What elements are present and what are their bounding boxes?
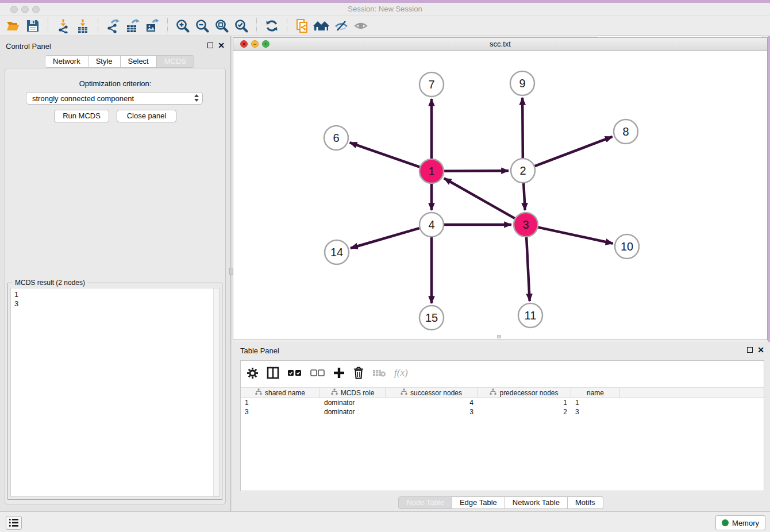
tab-select[interactable]: Select	[121, 55, 157, 68]
function-builder-icon[interactable]: f(x)	[394, 367, 408, 379]
graph-edge-2-3[interactable]	[523, 183, 525, 210]
graph-edge-3-11[interactable]	[526, 237, 530, 301]
network-minimize-button[interactable]: −	[251, 40, 259, 48]
table-cell[interactable]: 1	[571, 398, 620, 407]
graph-edge-1-2[interactable]	[444, 171, 509, 171]
graph-node-4[interactable]: 4	[419, 213, 444, 237]
table-cell[interactable]: dominator	[320, 398, 386, 407]
svg-text:8: 8	[622, 125, 629, 138]
mcds-result-textarea[interactable]: 13	[10, 288, 220, 497]
select-all-checks-icon[interactable]	[287, 369, 302, 377]
zoom-out-icon[interactable]	[192, 17, 212, 34]
graph-node-11[interactable]: 11	[518, 303, 542, 327]
deselect-all-checks-icon[interactable]	[310, 369, 325, 377]
criterion-select[interactable]: strongly connected component	[26, 92, 203, 105]
graph-node-9[interactable]: 9	[510, 71, 534, 95]
graph-edge-1-6[interactable]	[350, 142, 420, 167]
mcds-result-line: 3	[14, 299, 219, 309]
tab-mcds[interactable]: MCDS	[157, 55, 194, 68]
svg-text:9: 9	[519, 77, 525, 90]
export-table-icon[interactable]	[123, 17, 143, 34]
main-toolbar	[0, 16, 770, 36]
new-network-from-selection-icon[interactable]	[292, 17, 312, 34]
window-minimize-button[interactable]	[21, 6, 29, 13]
tree-column-icon	[331, 388, 338, 397]
add-column-icon[interactable]	[333, 367, 345, 379]
zoom-fit-icon[interactable]	[212, 17, 232, 34]
column-header-MCDS-role[interactable]: MCDS role	[320, 388, 386, 398]
refresh-icon[interactable]	[262, 17, 282, 34]
graph-node-2[interactable]: 2	[511, 159, 535, 183]
table-cell[interactable]: 2	[478, 407, 571, 417]
table-cell[interactable]: 1	[241, 398, 320, 407]
column-header-predecessor-nodes[interactable]: predecessor nodes	[478, 388, 571, 398]
tab-network[interactable]: Network	[45, 55, 88, 68]
table-cell[interactable]: 3	[386, 407, 478, 417]
toolbar-separator	[256, 18, 257, 33]
first-neighbors-icon[interactable]	[312, 17, 332, 34]
graph-edge-4-14[interactable]	[351, 228, 419, 248]
import-network-icon[interactable]	[53, 17, 73, 34]
export-network-icon[interactable]	[103, 17, 123, 34]
svg-text:4: 4	[428, 218, 434, 231]
graph-node-10[interactable]: 10	[615, 234, 639, 259]
table-cell[interactable]: 4	[386, 398, 478, 407]
column-header-shared-name[interactable]: shared name	[241, 388, 320, 398]
open-session-icon[interactable]	[3, 17, 23, 34]
network-maximize-button[interactable]: +	[262, 40, 270, 48]
tab-node-table[interactable]: Node Table	[398, 496, 452, 509]
table-cell[interactable]: 1	[478, 398, 571, 407]
list-icon	[9, 518, 19, 527]
graph-node-7[interactable]: 7	[419, 72, 444, 97]
table-cell[interactable]: dominator	[320, 407, 386, 417]
tab-style[interactable]: Style	[88, 55, 121, 68]
tab-motifs[interactable]: Motifs	[568, 496, 603, 509]
tab-edge-table[interactable]: Edge Table	[452, 496, 505, 509]
graph-node-15[interactable]: 15	[419, 306, 444, 330]
column-header-successor-nodes[interactable]: successor nodes	[386, 388, 478, 398]
hide-selected-icon[interactable]	[332, 17, 351, 34]
delete-column-icon[interactable]	[353, 367, 364, 379]
table-cell[interactable]: 3	[571, 407, 620, 417]
save-session-icon[interactable]	[23, 17, 43, 34]
graph-edge-3-1[interactable]	[444, 178, 515, 218]
float-panel-icon[interactable]	[207, 43, 213, 48]
toolbar-separator	[48, 18, 48, 33]
network-close-button[interactable]: ✕	[240, 40, 248, 48]
graph-edge-3-10[interactable]	[538, 228, 613, 244]
column-header-name[interactable]: name	[571, 388, 620, 398]
table-row[interactable]: 1dominator411	[241, 398, 764, 407]
column-visibility-icon[interactable]	[267, 367, 279, 379]
close-panel-icon[interactable]: ✕	[218, 42, 225, 49]
zoom-in-icon[interactable]	[173, 17, 192, 34]
float-table-panel-icon[interactable]	[747, 347, 753, 353]
graph-node-1[interactable]: 1	[419, 159, 444, 183]
run-mcds-button[interactable]: Run MCDS	[54, 110, 109, 122]
network-canvas[interactable]: 7968124314101511	[233, 51, 767, 340]
result-scrollbar[interactable]	[213, 288, 219, 496]
graph-node-8[interactable]: 8	[614, 119, 638, 144]
network-resize-grip[interactable]	[497, 335, 501, 338]
table-panel-header: Table Panel ✕	[232, 345, 770, 357]
table-cell[interactable]: 3	[241, 407, 320, 417]
close-table-panel-icon[interactable]: ✕	[757, 346, 764, 353]
show-all-icon[interactable]	[351, 17, 371, 34]
table-row[interactable]: 3dominator323	[241, 407, 764, 417]
window-zoom-button[interactable]	[32, 6, 40, 13]
delete-table-icon[interactable]	[372, 368, 386, 378]
memory-button[interactable]: Memory	[715, 515, 765, 530]
window-close-button[interactable]	[10, 6, 18, 13]
export-image-icon[interactable]	[143, 17, 162, 34]
graph-edge-2-9[interactable]	[522, 98, 523, 158]
import-table-icon[interactable]	[73, 17, 93, 34]
graph-edge-2-8[interactable]	[535, 137, 613, 166]
graph-node-14[interactable]: 14	[325, 240, 349, 264]
close-panel-button[interactable]: Close panel	[117, 110, 176, 122]
zoom-selected-icon[interactable]	[232, 17, 251, 34]
node-table: shared nameMCDS rolesuccessor nodesprede…	[241, 387, 764, 417]
graph-node-6[interactable]: 6	[324, 126, 348, 150]
table-settings-icon[interactable]	[247, 367, 259, 379]
task-history-button[interactable]	[6, 516, 22, 530]
tab-network-table[interactable]: Network Table	[505, 496, 568, 509]
graph-node-3[interactable]: 3	[514, 213, 538, 237]
